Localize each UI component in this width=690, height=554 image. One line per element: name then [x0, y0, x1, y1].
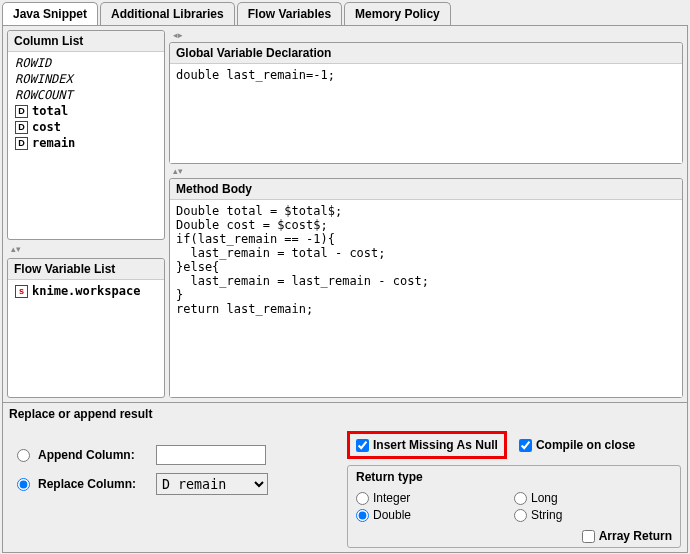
flow-variable-panel: Flow Variable List sknime.workspace	[7, 258, 165, 398]
double-type-icon: D	[15, 121, 28, 134]
list-item[interactable]: Dtotal	[11, 103, 161, 119]
return-double-radio[interactable]	[356, 509, 369, 522]
double-type-icon: D	[15, 105, 28, 118]
replace-column-select[interactable]: D remain	[156, 473, 268, 495]
list-item[interactable]: ROWCOUNT	[11, 87, 161, 103]
return-string-radio[interactable]	[514, 509, 527, 522]
flow-var-name: knime.workspace	[32, 284, 140, 298]
method-body-editor[interactable]: Double total = $total$; Double cost = $c…	[170, 200, 682, 397]
method-body-title: Method Body	[170, 179, 682, 200]
col-name: remain	[32, 136, 75, 150]
column-list-body[interactable]: ROWID ROWINDEX ROWCOUNT Dtotal Dcost Dre…	[8, 52, 164, 239]
array-return-checkbox[interactable]	[582, 530, 595, 543]
return-long-radio[interactable]	[514, 492, 527, 505]
insert-missing-label: Insert Missing As Null	[373, 438, 498, 452]
flow-variable-body[interactable]: sknime.workspace	[8, 280, 164, 397]
replace-column-label: Replace Column:	[38, 477, 148, 491]
col-name: total	[32, 104, 68, 118]
tab-java-snippet[interactable]: Java Snippet	[2, 2, 98, 25]
list-item[interactable]: ROWINDEX	[11, 71, 161, 87]
result-group: Append Column: Replace Column: D remain	[9, 431, 339, 509]
highlight-box: Insert Missing As Null	[347, 431, 507, 459]
column-list-title: Column List	[8, 31, 164, 52]
column-list-panel: Column List ROWID ROWINDEX ROWCOUNT Dtot…	[7, 30, 165, 240]
resize-handle[interactable]: ◂▸	[169, 30, 683, 40]
compile-on-close-checkbox[interactable]	[519, 439, 532, 452]
resize-handle[interactable]: ▴▾	[7, 244, 165, 254]
replace-column-radio[interactable]	[17, 478, 30, 491]
append-column-input[interactable]	[156, 445, 266, 465]
append-column-radio[interactable]	[17, 449, 30, 462]
return-integer-label: Integer	[373, 491, 410, 505]
compile-on-close-label: Compile on close	[536, 438, 635, 452]
method-body-panel: Method Body Double total = $total$; Doub…	[169, 178, 683, 398]
list-item[interactable]: ROWID	[11, 55, 161, 71]
tab-content: Column List ROWID ROWINDEX ROWCOUNT Dtot…	[2, 25, 688, 553]
string-type-icon: s	[15, 285, 28, 298]
resize-handle[interactable]: ▴▾	[169, 166, 683, 176]
list-item[interactable]: Dremain	[11, 135, 161, 151]
tab-additional-libraries[interactable]: Additional Libraries	[100, 2, 235, 25]
global-variable-editor[interactable]: double last_remain=-1;	[170, 64, 682, 163]
return-string-label: String	[531, 508, 562, 522]
return-type-title: Return type	[356, 470, 672, 484]
array-return-label: Array Return	[599, 529, 672, 543]
tab-memory-policy[interactable]: Memory Policy	[344, 2, 451, 25]
double-type-icon: D	[15, 137, 28, 150]
col-name: cost	[32, 120, 61, 134]
flow-variable-title: Flow Variable List	[8, 259, 164, 280]
options-group: Insert Missing As Null Compile on close …	[347, 431, 681, 548]
tab-flow-variables[interactable]: Flow Variables	[237, 2, 342, 25]
return-long-label: Long	[531, 491, 558, 505]
insert-missing-checkbox[interactable]	[356, 439, 369, 452]
list-item[interactable]: Dcost	[11, 119, 161, 135]
append-column-label: Append Column:	[38, 448, 148, 462]
result-section-title: Replace or append result	[9, 407, 681, 421]
global-variable-title: Global Variable Declaration	[170, 43, 682, 64]
return-integer-radio[interactable]	[356, 492, 369, 505]
tab-bar: Java Snippet Additional Libraries Flow V…	[0, 0, 690, 25]
global-variable-panel: Global Variable Declaration double last_…	[169, 42, 683, 164]
list-item[interactable]: sknime.workspace	[11, 283, 161, 299]
return-double-label: Double	[373, 508, 411, 522]
return-type-group: Return type Integer Double Long String	[347, 465, 681, 548]
